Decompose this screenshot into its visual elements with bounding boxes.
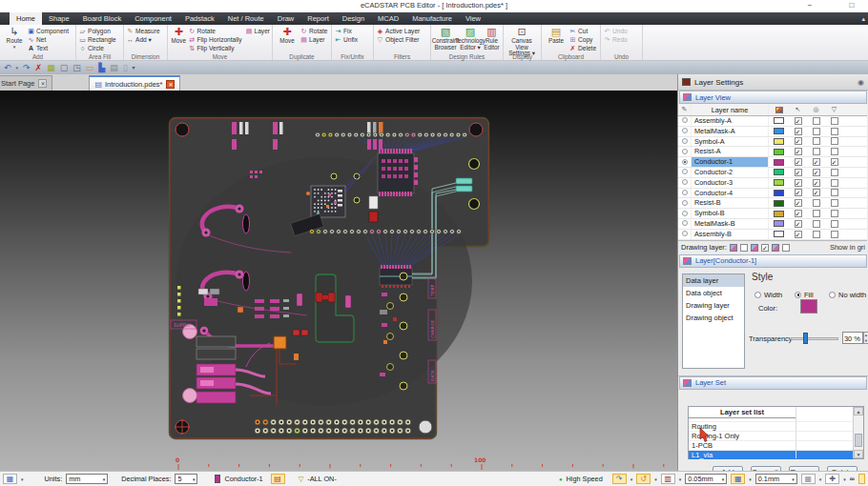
drawing-layer-checkbox-3[interactable] (782, 244, 790, 252)
filter-checkbox[interactable] (831, 148, 838, 155)
qat-delete-icon[interactable]: ✗ (35, 62, 43, 73)
layer-set-scrollbar[interactable]: ▲ ▼ (853, 407, 863, 458)
object-filter-button[interactable]: ▽Object Filter (376, 35, 420, 44)
qat-overflow-icon[interactable]: ▾ (133, 62, 135, 73)
layer-color-swatch[interactable] (774, 138, 784, 145)
select-checkbox[interactable]: ✓ (795, 148, 802, 155)
ribbon-tab-component[interactable]: Component (128, 12, 178, 25)
transparency-slider-handle[interactable] (803, 333, 808, 344)
filter-checkbox[interactable]: ✓ (831, 158, 838, 166)
scroll-down-icon[interactable]: ▼ (854, 450, 863, 458)
cut-button[interactable]: ✂Cut (568, 27, 596, 35)
ribbon-tab-manufacture[interactable]: Manufacture (405, 12, 459, 25)
layer-color-swatch[interactable] (774, 117, 784, 124)
layer-set-header[interactable]: Layer Set (679, 376, 867, 390)
select-checkbox[interactable]: ✓ (795, 169, 802, 176)
width-mode-dropdown-icon[interactable]: ▾ (679, 476, 682, 482)
detail-item-drawing-layer[interactable]: Drawing layer (683, 299, 744, 312)
visible-checkbox[interactable] (813, 199, 820, 207)
canvas-style-dropdown-icon[interactable]: ▾ (21, 476, 24, 482)
select-checkbox[interactable]: ✓ (795, 231, 802, 238)
qat-report-icon[interactable]: ▤ (110, 62, 118, 73)
select-checkbox[interactable]: ✓ (795, 158, 802, 166)
pcb-drawing[interactable]: SUPPLY TEMP CHARGE DATA 0 100 (0, 91, 677, 471)
select-checkbox[interactable]: ✓ (795, 220, 802, 228)
visible-checkbox[interactable] (813, 210, 820, 217)
drawing-layer-icon-2[interactable] (751, 244, 758, 252)
duplicate-layer-button[interactable]: ▤Layer (300, 35, 327, 44)
active-layer-radio[interactable] (682, 231, 688, 236)
layer-detail-header[interactable]: Layer[Conductor-1] (679, 254, 867, 268)
measure-button[interactable]: ✎Measure (126, 27, 160, 35)
component-button[interactable]: ▣Component (27, 27, 69, 35)
units-select[interactable]: mm▾ (66, 474, 108, 484)
duplicate-move-button[interactable]: ✚ Move (275, 26, 300, 52)
drawing-layer-checkbox-1[interactable] (740, 244, 748, 252)
layer-color-swatch[interactable] (774, 169, 784, 175)
qat-undo-icon[interactable]: ↶ (4, 62, 11, 73)
introduction-close-icon[interactable]: ✕ (166, 80, 175, 89)
active-layer-radio[interactable] (682, 138, 688, 144)
redo-button[interactable]: ↷Redo (603, 35, 628, 44)
flip-horizontally-button[interactable]: ⇄Flip Horizontally (188, 35, 242, 44)
visible-checkbox[interactable] (813, 128, 820, 135)
layer-row-symbol-a[interactable]: Symbol-A✓ (678, 137, 867, 148)
layer-set-item-routing[interactable]: Routing (689, 422, 854, 432)
grid-style-dropdown-icon[interactable]: ▾ (749, 476, 752, 482)
ribbon-tab-draw[interactable]: Draw (271, 12, 301, 25)
push-mode-icon[interactable]: ↺ (636, 474, 651, 484)
delete-button[interactable]: ✗Delete (568, 44, 596, 52)
route-button[interactable]: ↳ Route ▾ (2, 26, 27, 52)
layer-row-resist-a[interactable]: Resist-A✓ (678, 147, 867, 157)
layer-color-swatch[interactable] (774, 220, 784, 227)
copy-button[interactable]: ⊞Copy (568, 35, 596, 44)
layer-color-swatch[interactable] (774, 149, 784, 155)
visible-checkbox[interactable] (813, 148, 820, 155)
maximize-button[interactable]: □ (843, 0, 860, 11)
design-canvas[interactable]: SUPPLY TEMP CHARGE DATA 0 100 (0, 91, 677, 471)
layer-set-item-1-pcb[interactable]: 1-PCB (689, 441, 854, 451)
ribbon-tab-design[interactable]: Design (336, 12, 371, 25)
transparency-value[interactable]: 30 % (842, 332, 863, 344)
select-checkbox[interactable]: ✓ (795, 117, 802, 125)
active-layer-radio[interactable] (682, 169, 688, 174)
qat-redo-icon[interactable]: ↷ (23, 62, 31, 73)
active-layer-radio[interactable] (682, 200, 688, 206)
technology-editor-button[interactable]: ▨ Technology Editor ▾ (458, 26, 483, 52)
layer-row-metalmask-a[interactable]: MetalMask-A✓ (678, 127, 867, 137)
qat-zoom-window-icon[interactable]: ◳ (72, 62, 81, 73)
visible-checkbox[interactable]: ✓ (813, 169, 820, 176)
tab-introduction[interactable]: ▤ Introduction.pdes* ✕ (89, 75, 180, 91)
undo-button[interactable]: ↶Undo (603, 27, 628, 35)
visible-checkbox[interactable]: ✓ (813, 189, 820, 196)
width-radio[interactable]: Width (754, 291, 782, 299)
layer-row-conductor-3[interactable]: Conductor-3✓✓ (678, 178, 867, 189)
layer-name-column-header[interactable]: Layer name (691, 104, 769, 115)
filter-funnel-icon[interactable]: ▽ (299, 475, 304, 483)
rectangle-button[interactable]: ▭Rectangle (78, 35, 116, 44)
layer-stack-icon[interactable]: ▤ (271, 474, 285, 484)
active-layer-name[interactable]: Conductor-1 (224, 475, 262, 483)
filter-checkbox[interactable] (831, 210, 838, 217)
active-layer-radio[interactable] (682, 190, 688, 195)
filter-checkbox[interactable] (831, 189, 838, 196)
filter-checkbox[interactable] (831, 137, 838, 145)
layer-row-resist-b[interactable]: Resist-B✓ (678, 198, 867, 209)
minimize-button[interactable]: − (801, 0, 818, 11)
layer-row-assembly-a[interactable]: Assembly-A✓ (678, 116, 867, 127)
rotate-button[interactable]: ↻Rotate (188, 27, 242, 35)
layer-set-item-l1-via[interactable]: L1_via (689, 451, 854, 460)
unfix-button[interactable]: ⇤Unfix (334, 35, 358, 44)
layer-color-swatch[interactable] (774, 211, 784, 217)
route-mode-dropdown-icon[interactable]: ▾ (630, 476, 633, 482)
drawing-layer-icon-3[interactable] (772, 244, 779, 252)
dimension-add-button[interactable]: ↔Add ▾ (126, 35, 160, 44)
active-layer-radio[interactable] (682, 220, 688, 226)
layer-row-conductor-2[interactable]: Conductor-2✓✓ (678, 168, 867, 178)
filter-checkbox[interactable] (831, 231, 838, 238)
decimal-places-select[interactable]: 5▾ (175, 474, 197, 484)
detail-item-data-layer[interactable]: Data layer (683, 274, 744, 287)
layer-color-swatch[interactable] (774, 159, 784, 166)
select-checkbox[interactable]: ✓ (795, 199, 802, 207)
circle-button[interactable]: ○Circle (78, 44, 116, 52)
